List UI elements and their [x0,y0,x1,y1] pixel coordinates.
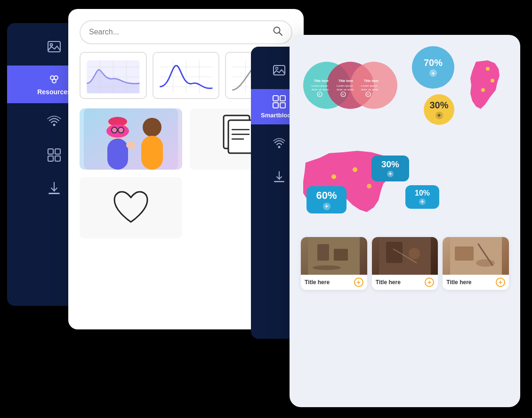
svg-rect-51 [274,66,285,75]
svg-point-1 [50,43,53,46]
svg-rect-7 [55,149,60,154]
venn-diagram: Title here Lorem ipsum dolor sit amet. +… [301,59,404,111]
svg-text:Title here: Title here [314,79,329,82]
svg-rect-89 [386,242,403,263]
svg-text:dolor sit amet.: dolor sit amet. [361,88,379,91]
image-card-2-plus[interactable]: + [425,278,434,287]
bubble-10-plus[interactable]: + [419,198,426,205]
bubble-60: 60% + [306,186,347,213]
svg-rect-6 [48,149,53,154]
bubble-30-map-value: 30% [381,159,399,170]
sidebar-icon-download[interactable] [40,174,68,202]
svg-point-95 [476,259,495,267]
svg-line-12 [279,33,282,35]
bubble-60-plus[interactable]: + [323,203,330,210]
mexico-map [301,134,451,229]
bubble-60-value: 60% [316,189,337,202]
image-card-2-footer: Title here + [372,275,438,290]
map-section: 60% + 30% + 10% + [301,134,509,229]
right-sidebar-icon-download[interactable] [265,162,293,190]
svg-point-43 [126,141,136,149]
svg-rect-86 [334,249,348,261]
svg-point-87 [313,265,341,270]
image-card-3-plus[interactable]: + [496,278,505,287]
image-card-1: Title here + [301,237,367,290]
svg-point-80 [331,174,336,179]
svg-rect-45 [141,136,163,170]
image-card-2: Title here + [372,237,438,290]
image-card-1-plus[interactable]: + [354,278,363,287]
image-card-3-title: Title here [446,279,471,286]
svg-point-82 [367,184,371,189]
search-icon [273,26,283,39]
svg-text:dolor sit amet.: dolor sit amet. [312,88,330,91]
svg-rect-55 [273,103,278,108]
svg-rect-8 [48,156,53,161]
image-card-3-footer: Title here + [443,275,509,290]
svg-text:Title here: Title here [364,79,379,82]
bubble-10: 10% + [405,185,439,209]
svg-rect-39 [107,139,128,170]
svg-rect-47 [228,120,254,153]
svg-text:Lorem ipsum: Lorem ipsum [361,84,378,87]
svg-rect-37 [110,121,126,124]
svg-point-38 [106,124,129,138]
svg-point-57 [278,146,281,148]
stats-right: 70% + 30% + [412,46,454,125]
svg-point-78 [491,79,494,82]
svg-text:dolor sit amet.: dolor sit amet. [337,88,355,91]
venn-section: Title here Lorem ipsum dolor sit amet. +… [301,46,509,125]
svg-rect-93 [455,246,474,261]
search-input[interactable] [89,28,268,36]
svg-text:+: + [367,93,369,96]
stat-70-value: 70% [424,57,443,68]
sidebar-icon-wifi[interactable] [40,108,68,136]
stat-30-plus[interactable]: + [435,112,443,119]
svg-point-5 [53,123,56,126]
illustration-cell-1 [80,108,182,170]
search-bar[interactable] [80,20,292,44]
sidebar-icon-layout[interactable] [40,141,68,169]
bubble-30-map-plus[interactable]: + [387,171,394,177]
sidebar-item-resources-label: Resources [37,88,71,96]
bubble-30-map: 30% + [371,156,409,181]
image-cards-row: Title here + Title here + [301,237,509,290]
svg-rect-85 [317,244,329,261]
svg-point-91 [409,248,420,259]
svg-text:Lorem ipsum: Lorem ipsum [337,84,353,87]
bubble-10-value: 10% [415,189,430,197]
svg-text:Title here: Title here [339,79,353,82]
south-america-map [462,59,509,111]
stat-70-plus[interactable]: + [429,69,437,77]
svg-point-40 [112,127,117,133]
svg-rect-34 [84,108,178,170]
svg-text:Lorem ipsum: Lorem ipsum [312,84,328,87]
right-sidebar-icon-wifi[interactable] [265,129,293,157]
stat-30: 30% + [424,94,454,125]
svg-point-52 [276,67,278,69]
heart-icon-cell [80,177,182,238]
sidebar-icon-image[interactable] [40,33,68,61]
main-panel: Title here Lorem ipsum dolor sit amet. +… [290,35,520,407]
stat-70: 70% + [412,46,454,89]
right-sidebar-icon-image[interactable] [265,56,293,84]
chart-2 [153,52,220,99]
image-card-2-title: Title here [376,279,401,286]
svg-rect-10 [48,193,60,194]
stat-30-value: 30% [429,100,448,111]
svg-point-77 [486,67,490,71]
svg-point-4 [52,79,56,83]
image-card-1-title: Title here [305,279,330,286]
svg-text:+: + [319,93,321,96]
svg-point-81 [353,167,357,172]
image-card-3: Title here + [443,237,509,290]
svg-rect-9 [55,156,60,161]
svg-point-41 [118,127,124,133]
svg-point-44 [143,118,161,137]
svg-rect-0 [48,41,60,52]
svg-point-79 [481,88,485,92]
image-card-1-footer: Title here + [301,275,367,290]
chart-1 [80,52,147,99]
svg-rect-56 [280,103,285,108]
svg-rect-54 [280,96,285,101]
